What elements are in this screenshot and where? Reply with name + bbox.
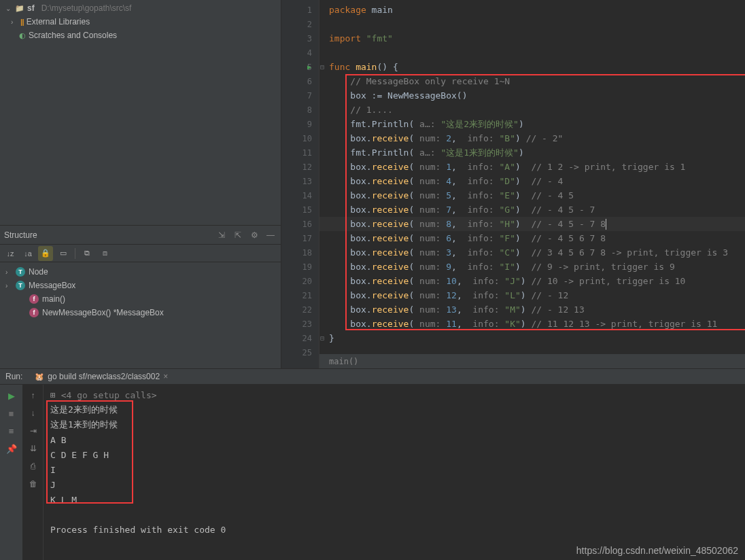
console-line: I xyxy=(50,462,738,477)
console-line: ⊞ <4 go setup calls> xyxy=(50,387,738,402)
structure-label: Node xyxy=(29,267,48,277)
filter2-icon[interactable]: ⧈ xyxy=(97,246,112,261)
gutter-line[interactable]: 1 xyxy=(281,3,319,17)
gutter-line[interactable]: 12 xyxy=(281,160,319,174)
gear-icon[interactable]: ⚙ xyxy=(248,230,260,240)
gutter-line[interactable]: 24⊟ xyxy=(281,331,319,345)
run-toolbar-left: ▶ ■ ≡ 📌 xyxy=(0,385,23,560)
gutter[interactable]: 12345▶⊟678910111213141516171819202122232… xyxy=(281,0,319,368)
gutter-line[interactable]: 8 xyxy=(281,103,319,117)
console-line: C D E F G H xyxy=(50,447,738,462)
type-badge-icon: f xyxy=(29,308,39,317)
gutter-line[interactable]: 17 xyxy=(281,231,319,245)
run-panel: Run: go build sf/newclass2/class002 × ▶ … xyxy=(0,368,745,560)
run-header: Run: go build sf/newclass2/class002 × xyxy=(0,369,745,385)
gutter-line[interactable]: 21 xyxy=(281,288,319,302)
type-badge-icon: T xyxy=(16,267,25,277)
gutter-line[interactable]: 10 xyxy=(281,131,319,145)
wrap-icon[interactable]: ⇥ xyxy=(30,424,37,438)
structure-tree[interactable]: ›TNode›TMessageBoxfmain()fNewMessageBox(… xyxy=(0,262,281,322)
caret xyxy=(606,219,606,230)
run-tab[interactable]: go build sf/newclass2/class002 × xyxy=(29,369,173,384)
code-area[interactable]: package main import "fmt" func main() { … xyxy=(319,0,745,368)
structure-panel: Structure ⇲ ⇱ ⚙ — ↓z ↓a 🔒 ▭ ⧉ ⧈ ›TNode›T… xyxy=(0,226,281,368)
gutter-line[interactable]: 5▶⊟ xyxy=(281,60,319,74)
structure-item[interactable]: fNewMessageBox() *MessageBox xyxy=(0,306,281,319)
structure-label: MessageBox xyxy=(29,281,75,290)
gutter-line[interactable]: 6 xyxy=(281,74,319,88)
structure-label: NewMessageBox() *MessageBox xyxy=(42,308,164,317)
scratches-node[interactable]: Scratches and Consoles xyxy=(0,29,281,42)
rerun-icon[interactable]: ▶ xyxy=(8,389,15,402)
run-gutter-icon[interactable]: ▶ xyxy=(307,63,311,71)
close-tab-icon[interactable]: × xyxy=(163,372,168,381)
library-icon xyxy=(20,17,24,27)
go-icon xyxy=(35,372,44,381)
print-icon[interactable]: ⎙ xyxy=(31,459,35,473)
code-editor[interactable]: 12345▶⊟678910111213141516171819202122232… xyxy=(281,0,745,368)
chevron-right-icon[interactable]: › xyxy=(5,268,12,276)
gutter-line[interactable]: 23 xyxy=(281,317,319,331)
gutter-line[interactable]: 9 xyxy=(281,117,319,131)
structure-item[interactable]: fmain() xyxy=(0,292,281,306)
collapse-icon[interactable]: ⇲ xyxy=(215,230,228,240)
gutter-line[interactable]: 16 xyxy=(281,217,319,231)
external-libraries[interactable]: › External Libraries xyxy=(0,15,281,29)
sort-az-icon[interactable]: ↓a xyxy=(20,246,35,261)
gutter-line[interactable]: 18 xyxy=(281,245,319,260)
pin-icon[interactable]: 📌 xyxy=(6,442,17,455)
console-line: 这是2来到的时候 xyxy=(50,402,738,417)
filter1-icon[interactable]: ⧉ xyxy=(80,246,94,261)
structure-item[interactable]: ›TNode xyxy=(0,265,281,279)
stop-icon[interactable]: ■ xyxy=(9,406,14,420)
scroll-icon[interactable]: ⇊ xyxy=(30,442,37,455)
type-badge-icon: T xyxy=(16,281,25,290)
gutter-line[interactable]: 3 xyxy=(281,31,319,46)
delete-icon[interactable]: 🗑 xyxy=(29,477,37,491)
lock-icon[interactable]: 🔒 xyxy=(38,246,53,261)
gutter-line[interactable]: 25 xyxy=(281,345,319,360)
gutter-line[interactable]: 15 xyxy=(281,203,319,217)
structure-item[interactable]: ›TMessageBox xyxy=(0,279,281,292)
gutter-line[interactable]: 11 xyxy=(281,145,319,160)
down-icon[interactable]: ↓ xyxy=(31,406,35,420)
console-line xyxy=(50,507,738,522)
console-line: Process finished with exit code 0 xyxy=(50,522,738,537)
project-path: D:\mysetup\gopath\src\sf xyxy=(41,3,132,13)
structure-title: Structure xyxy=(4,230,37,240)
up-icon[interactable]: ↑ xyxy=(31,389,35,402)
console-output[interactable]: ⊞ <4 go setup calls>这是2来到的时候这是1来到的时候A BC… xyxy=(44,385,745,560)
gutter-line[interactable]: 22 xyxy=(281,302,319,317)
gutter-line[interactable]: 2 xyxy=(281,17,319,31)
console-line: J xyxy=(50,477,738,492)
gutter-line[interactable]: 19 xyxy=(281,260,319,274)
project-root[interactable]: ⌄ sf D:\mysetup\gopath\src\sf xyxy=(0,1,281,15)
chevron-right-icon[interactable]: › xyxy=(5,282,12,290)
fold-icon[interactable]: ⊞ xyxy=(50,390,61,400)
breadcrumb[interactable]: main() xyxy=(319,353,745,368)
run-label: Run: xyxy=(5,372,22,381)
gutter-line[interactable]: 4 xyxy=(281,46,319,60)
gutter-line[interactable]: 20 xyxy=(281,274,319,288)
console-line: K L M xyxy=(50,492,738,507)
gutter-line[interactable]: 7 xyxy=(281,88,319,103)
structure-label: main() xyxy=(42,294,65,304)
expand-arrow-icon[interactable]: ⌄ xyxy=(5,5,12,12)
gutter-line[interactable]: 13 xyxy=(281,174,319,188)
chevron-right-icon[interactable]: › xyxy=(11,18,18,26)
layout-icon[interactable]: ≡ xyxy=(9,424,14,438)
gutter-line[interactable]: 14 xyxy=(281,188,319,203)
run-toolbar-right: ↑ ↓ ⇥ ⇊ ⎙ 🗑 xyxy=(23,385,44,560)
structure-toolbar: ↓z ↓a 🔒 ▭ ⧉ ⧈ xyxy=(0,245,281,262)
folder-icon[interactable]: ▭ xyxy=(56,246,71,261)
hide-icon[interactable]: — xyxy=(264,230,277,240)
structure-header: Structure ⇲ ⇱ ⚙ — xyxy=(0,226,281,245)
console-line: A B xyxy=(50,432,738,447)
scratch-icon xyxy=(19,31,26,40)
project-tree[interactable]: ⌄ sf D:\mysetup\gopath\src\sf › External… xyxy=(0,0,281,226)
folder-icon xyxy=(15,3,24,13)
console-line: 这是1来到的时候 xyxy=(50,417,738,432)
left-sidebar: ⌄ sf D:\mysetup\gopath\src\sf › External… xyxy=(0,0,281,368)
sort-za-icon[interactable]: ↓z xyxy=(3,246,18,261)
expand-icon[interactable]: ⇱ xyxy=(232,230,244,240)
